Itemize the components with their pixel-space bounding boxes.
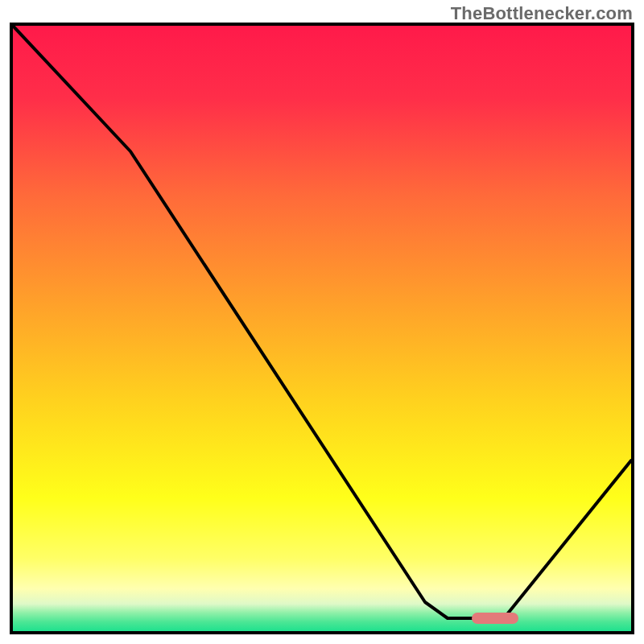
plot-area: [13, 26, 631, 631]
chart-line-layer: [13, 26, 631, 631]
curve-line: [13, 26, 631, 618]
attribution-text: TheBottlenecker.com: [451, 3, 633, 24]
chart-border: [10, 23, 634, 634]
optimum-marker: [472, 613, 518, 624]
